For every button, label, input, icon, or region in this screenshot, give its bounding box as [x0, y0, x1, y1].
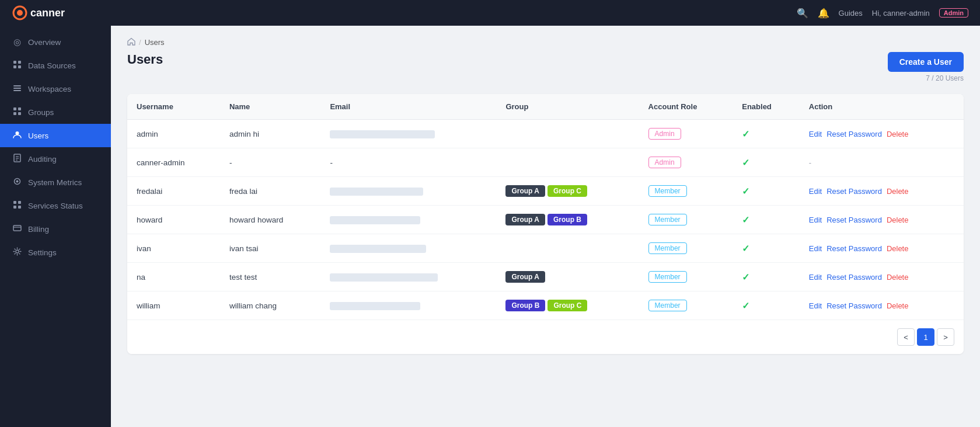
create-user-button[interactable]: Create a User: [888, 52, 964, 72]
cell-groups: [496, 120, 639, 148]
workspaces-icon: [12, 84, 22, 94]
breadcrumb: / Users: [127, 37, 964, 47]
cell-email: email@hidden.com: [320, 234, 496, 263]
sidebar-item-auditing[interactable]: Auditing: [0, 147, 111, 171]
cell-name: admin hi: [220, 120, 320, 148]
users-table-container: Username Name Email Group Account Role E…: [127, 94, 964, 354]
edit-action[interactable]: Edit: [809, 244, 822, 253]
home-icon[interactable]: [127, 37, 135, 47]
table-row: canner-admin--Admin✓-: [127, 148, 964, 177]
cell-email: email@hidden.com: [320, 177, 496, 206]
reset-password-action[interactable]: Reset Password: [826, 301, 882, 310]
cell-email: email@hidden.com: [320, 263, 496, 291]
cell-email: -: [320, 148, 496, 177]
sidebar-item-data-sources[interactable]: Data Sources: [0, 54, 111, 77]
delete-action[interactable]: Delete: [887, 244, 909, 253]
sidebar: ◎ Overview Data Sources Workspaces Group…: [0, 26, 111, 427]
svg-rect-5: [13, 65, 16, 68]
bell-icon[interactable]: 🔔: [818, 8, 829, 19]
col-username: Username: [127, 94, 220, 120]
sidebar-item-billing[interactable]: Billing: [0, 217, 111, 241]
role-badge: Admin: [648, 157, 681, 168]
admin-badge: Admin: [939, 8, 968, 18]
reset-password-action[interactable]: Reset Password: [826, 216, 882, 224]
cell-name: test test: [220, 263, 320, 291]
top-navigation: canner 🔍 🔔 Guides Hi, canner-admin Admin: [0, 0, 980, 26]
cell-username: howard: [127, 206, 220, 234]
group-badge: Group B: [547, 214, 587, 225]
action-dash: -: [809, 158, 811, 167]
delete-action[interactable]: Delete: [887, 187, 909, 196]
svg-rect-6: [18, 65, 21, 68]
table-row: howardhoward howardemail@hidden.comGroup…: [127, 206, 964, 234]
svg-text:canner: canner: [30, 7, 65, 19]
services-status-icon: [12, 200, 22, 211]
role-badge: Member: [648, 214, 687, 225]
cell-role: Member: [639, 263, 733, 291]
cell-username: william: [127, 291, 220, 320]
sidebar-item-label: System Metrics: [28, 178, 82, 187]
sidebar-item-groups[interactable]: Groups: [0, 100, 111, 124]
svg-point-20: [16, 180, 18, 183]
reset-password-action[interactable]: Reset Password: [826, 244, 882, 253]
pagination: < 1 >: [127, 320, 964, 354]
table-row: adminadmin hiemail@hidden.comAdmin✓EditR…: [127, 120, 964, 148]
table-row: natest testemail@hidden.comGroup AMember…: [127, 263, 964, 291]
cell-actions: EditReset PasswordDelete: [800, 263, 964, 291]
role-badge: Member: [648, 300, 687, 311]
cell-name: freda lai: [220, 177, 320, 206]
svg-rect-23: [13, 206, 16, 209]
reset-password-action[interactable]: Reset Password: [826, 130, 882, 138]
edit-action[interactable]: Edit: [809, 216, 822, 224]
edit-action[interactable]: Edit: [809, 273, 822, 282]
cell-groups: [496, 148, 639, 177]
users-table: Username Name Email Group Account Role E…: [127, 94, 964, 320]
cell-enabled: ✓: [733, 234, 800, 263]
cell-username: canner-admin: [127, 148, 220, 177]
delete-action[interactable]: Delete: [887, 216, 909, 224]
svg-rect-25: [13, 225, 21, 231]
cell-enabled: ✓: [733, 120, 800, 148]
cell-email: email@hidden.com: [320, 291, 496, 320]
cell-role: Member: [639, 234, 733, 263]
group-badge: Group A: [505, 271, 545, 283]
cell-name: -: [220, 148, 320, 177]
sidebar-item-services-status[interactable]: Services Status: [0, 194, 111, 217]
delete-action[interactable]: Delete: [887, 130, 909, 138]
cell-name: ivan tsai: [220, 234, 320, 263]
main-layout: ◎ Overview Data Sources Workspaces Group…: [0, 26, 980, 427]
search-icon[interactable]: 🔍: [797, 8, 808, 19]
edit-action[interactable]: Edit: [809, 130, 822, 138]
cell-role: Admin: [639, 120, 733, 148]
sidebar-item-workspaces[interactable]: Workspaces: [0, 77, 111, 100]
auditing-icon: [12, 154, 22, 164]
overview-icon: ◎: [12, 37, 22, 47]
svg-point-14: [15, 131, 19, 135]
cell-actions: -: [800, 148, 964, 177]
role-badge: Member: [648, 185, 687, 197]
delete-action[interactable]: Delete: [887, 301, 909, 310]
svg-rect-21: [13, 201, 16, 204]
sidebar-item-label: Users: [28, 131, 48, 140]
role-badge: Member: [648, 242, 687, 254]
edit-action[interactable]: Edit: [809, 301, 822, 310]
sidebar-item-overview[interactable]: ◎ Overview: [0, 30, 111, 54]
svg-rect-8: [13, 88, 21, 89]
sidebar-item-users[interactable]: Users: [0, 124, 111, 147]
guides-link[interactable]: Guides: [839, 9, 863, 18]
sidebar-item-system-metrics[interactable]: System Metrics: [0, 171, 111, 194]
sidebar-item-label: Overview: [28, 38, 61, 47]
reset-password-action[interactable]: Reset Password: [826, 273, 882, 282]
reset-password-action[interactable]: Reset Password: [826, 187, 882, 196]
edit-action[interactable]: Edit: [809, 187, 822, 196]
col-name: Name: [220, 94, 320, 120]
delete-action[interactable]: Delete: [887, 273, 909, 282]
sidebar-item-settings[interactable]: Settings: [0, 241, 111, 264]
prev-page-button[interactable]: <: [897, 328, 915, 346]
logo-svg: canner: [12, 5, 76, 21]
svg-point-1: [17, 10, 23, 16]
next-page-button[interactable]: >: [937, 328, 954, 346]
page-1-button[interactable]: 1: [917, 328, 934, 346]
cell-actions: EditReset PasswordDelete: [800, 206, 964, 234]
cell-name: william chang: [220, 291, 320, 320]
